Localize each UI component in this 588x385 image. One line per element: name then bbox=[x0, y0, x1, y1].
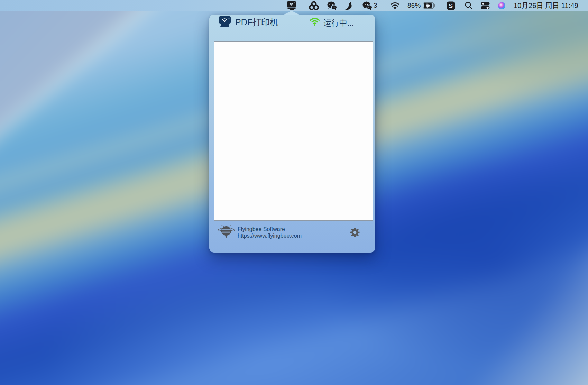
pdf-printer-menubar-icon[interactable] bbox=[286, 0, 297, 11]
wechat-badge-count: 3 bbox=[374, 0, 377, 11]
wechat-icon[interactable] bbox=[327, 0, 337, 11]
popover-status: 运行中... bbox=[323, 18, 354, 28]
settings-gear-icon[interactable] bbox=[349, 226, 361, 240]
battery-percent: 86% bbox=[407, 0, 421, 11]
menu-bar: 3 86% bbox=[0, 0, 588, 11]
popover-arrow bbox=[284, 11, 299, 15]
siri-icon[interactable] bbox=[498, 0, 506, 11]
wechat-secondary-icon[interactable] bbox=[362, 0, 372, 11]
menubar-clock[interactable]: 10月26日 周日 11:49 bbox=[514, 0, 578, 11]
s-app-icon[interactable]: S bbox=[447, 0, 455, 11]
desktop: 3 86% bbox=[0, 0, 588, 385]
s-app-letter: S bbox=[449, 2, 453, 9]
footer-url-link[interactable]: https://www.flyingbee.com bbox=[238, 232, 302, 239]
trefoil-app-icon[interactable] bbox=[309, 0, 319, 11]
wifi-icon[interactable] bbox=[390, 0, 400, 11]
flyingbee-logo bbox=[218, 224, 235, 241]
print-jobs-list[interactable] bbox=[214, 41, 373, 221]
footer-vendor-name: Flyingbee Software bbox=[238, 226, 285, 232]
popover-title: PDF打印机 bbox=[235, 17, 278, 28]
bird-app-icon[interactable] bbox=[344, 0, 352, 11]
control-center-icon[interactable] bbox=[481, 0, 490, 11]
pdf-printer-popover: PDF打印机 运行中... bbox=[209, 15, 375, 253]
spotlight-search-icon[interactable] bbox=[465, 0, 473, 11]
running-signal-icon bbox=[309, 17, 320, 28]
battery-charging-icon[interactable] bbox=[423, 0, 436, 11]
pdf-printer-app-icon bbox=[218, 16, 232, 29]
